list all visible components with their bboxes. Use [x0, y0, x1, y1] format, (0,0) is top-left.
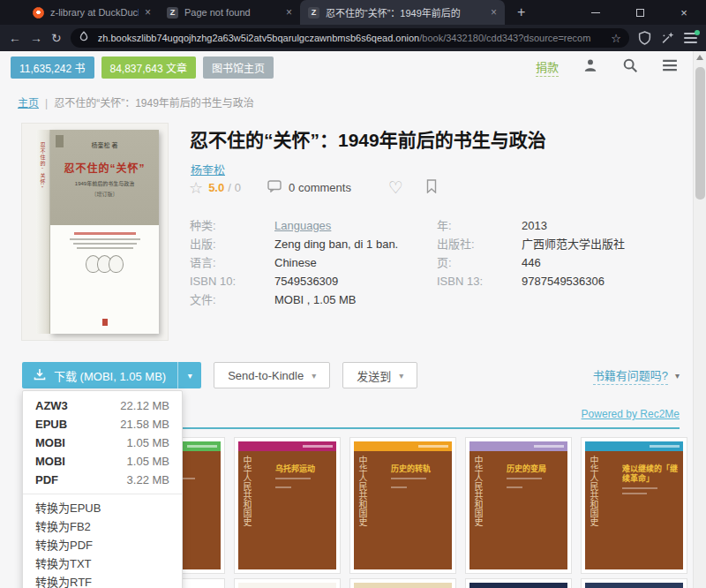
cover-title: 忍不住的“关怀”	[50, 160, 159, 175]
bookmark-star-icon[interactable]: ☆	[611, 32, 621, 45]
meta-value: 446	[522, 256, 541, 269]
comments-link[interactable]: 0 comments	[267, 180, 351, 196]
rating-star-icon[interactable]: ☆	[189, 178, 203, 198]
browser-menu-button[interactable]	[684, 33, 697, 43]
decorative-line	[275, 486, 291, 488]
convert-menu-item[interactable]: 转换为EPUB	[23, 499, 182, 517]
format-menu-item[interactable]: MOBI1.05 MB	[23, 433, 182, 452]
decorative-line	[74, 232, 136, 235]
menu-separator	[23, 494, 182, 494]
browser-toolbar: ← → ↻ zh.bookszlibb74ugqojhzhg2a63w5i2at…	[0, 25, 706, 51]
download-icon	[34, 368, 46, 383]
powered-by-link[interactable]: Powered by Rec2Me	[582, 408, 680, 420]
tab-close-icon[interactable]: ×	[286, 6, 292, 19]
tab-close-icon[interactable]: ×	[491, 6, 497, 19]
format-menu-item[interactable]: AZW322.12 MB	[23, 396, 182, 415]
meta-value: MOBI , 1.05 MB	[274, 293, 356, 306]
convert-menu-item[interactable]: 转换为FB2	[23, 517, 182, 536]
header-actions: 捐款	[536, 57, 678, 77]
author-link[interactable]: 杨奎松	[191, 161, 225, 177]
format-size: 1.05 MB	[127, 436, 169, 449]
download-formats-caret[interactable]: ▾	[177, 362, 201, 388]
report-problem-link[interactable]: 书籍有问题吗? ▾	[593, 366, 680, 385]
caret-down-icon: ▾	[312, 371, 316, 381]
format-size: 21.58 MB	[120, 418, 169, 431]
sparkle-wand-icon[interactable]	[661, 31, 675, 45]
format-menu-item[interactable]: EPUB21.58 MB	[23, 415, 182, 433]
scrollbar-thumb[interactable]	[695, 67, 705, 200]
browser-tab-active-book[interactable]: 忍不住的“关怀”：1949年前后的 ×	[300, 0, 505, 25]
send-to-kindle-button[interactable]: Send-to-Kindle ▾	[214, 362, 330, 388]
meta-label: 年:	[437, 219, 522, 232]
cover-top-bar	[469, 441, 567, 451]
books-count-badge[interactable]: 11,635,242 书	[11, 57, 94, 79]
rating-row: ☆ 5.0 / 0 0 comments ♡	[189, 177, 437, 198]
shield-icon[interactable]	[638, 31, 652, 45]
page-scrollbar[interactable]	[693, 51, 706, 588]
close-window-button[interactable]: ×	[662, 0, 706, 25]
download-button[interactable]: 下载 (MOBI, 1.05 MB)	[22, 362, 177, 388]
download-formats-menu: AZW322.12 MB EPUB21.58 MB MOBI1.05 MB MO…	[22, 390, 183, 588]
library-home-badge[interactable]: 图书馆主页	[203, 57, 274, 79]
maximize-button[interactable]	[618, 0, 662, 25]
send-to-button[interactable]: 发送到 ▾	[342, 362, 417, 388]
forward-button[interactable]: →	[30, 32, 42, 44]
articles-count-badge[interactable]: 84,837,643 文章	[101, 57, 196, 79]
meta-value: 7549536309	[274, 275, 338, 288]
save-bookmark-icon[interactable]	[426, 179, 437, 197]
thumb-title: 历史的变局	[507, 464, 564, 474]
meta-label: 出版:	[190, 237, 274, 251]
kindle-label: Send-to-Kindle	[228, 369, 304, 382]
recommended-book[interactable]: 中华人民共和国史 历史的变局	[465, 437, 572, 574]
browser-tab-duckduckgo[interactable]: z-library at DuckDuckGo ×	[25, 0, 159, 25]
recommended-book[interactable]: 中华人民共和国史 难以继续的「继续革命」	[581, 437, 687, 574]
site-menu-icon[interactable]	[662, 58, 678, 76]
meta-value: 广西师范大学出版社	[522, 237, 625, 251]
meta-label: 种类:	[190, 219, 274, 232]
convert-menu-item[interactable]: 转换为RTF	[23, 573, 182, 588]
minimize-button[interactable]	[574, 0, 618, 25]
site-header: 11,635,242 书 84,837,643 文章 图书馆主页 捐款	[11, 56, 678, 79]
recommended-book[interactable]: 中华人民共和国史 乌托邦运动	[234, 437, 341, 574]
decorative-line	[77, 247, 133, 249]
browser-tab-page-not-found[interactable]: Page not found ×	[159, 0, 300, 25]
profile-icon[interactable]	[582, 57, 598, 77]
decorative-line	[622, 493, 647, 494]
search-icon[interactable]	[622, 57, 638, 77]
decorative-line	[73, 243, 137, 245]
tab-close-icon[interactable]: ×	[145, 6, 151, 19]
thumb-title: 乌托邦运动	[275, 464, 333, 474]
categories-link[interactable]: Languages	[274, 219, 331, 232]
donate-link[interactable]: 捐款	[536, 58, 559, 77]
recommended-book[interactable]	[581, 578, 687, 588]
format-menu-item[interactable]: MOBI1.05 MB	[23, 452, 182, 471]
recommended-book[interactable]	[465, 578, 572, 588]
favorite-heart-icon[interactable]: ♡	[388, 177, 403, 198]
meta-value: Zeng ding ban, di 1 ban.	[274, 237, 398, 251]
address-bar[interactable]: zh.bookszlibb74ugqojhzhg2a63w5i2atv5bqar…	[71, 28, 629, 48]
format-size: 3.22 MB	[127, 473, 169, 486]
window-controls: ×	[574, 0, 706, 25]
reload-button[interactable]: ↻	[51, 32, 62, 44]
recommended-book[interactable]: 中华人民共和国史 历史的转轨	[349, 437, 456, 574]
recommended-book[interactable]	[234, 578, 341, 588]
convert-menu-item[interactable]: 转换为PDF	[23, 536, 182, 554]
decorative-line	[507, 486, 522, 488]
thumb-title: 难以继续的「继续革命」	[622, 464, 680, 484]
format-name: MOBI	[35, 436, 65, 449]
scrollbar-up-arrow[interactable]	[696, 55, 703, 60]
breadcrumb-home-link[interactable]: 主页	[18, 97, 39, 109]
breadcrumb: 主页|忍不住的“关怀”：1949年前后的书生与政治	[18, 94, 254, 109]
format-size: 22.12 MB	[120, 399, 169, 412]
download-label: 下载 (MOBI, 1.05 MB)	[54, 367, 166, 384]
tab-strip: z-library at DuckDuckGo × Page not found…	[0, 0, 574, 25]
meta-label: 语言:	[190, 256, 274, 269]
update-dot	[695, 30, 700, 35]
meta-label: ISBN 13:	[437, 275, 522, 288]
meta-value: Chinese	[274, 256, 317, 269]
back-button[interactable]: ←	[9, 32, 21, 44]
convert-menu-item[interactable]: 转换为TXT	[23, 554, 182, 573]
new-tab-button[interactable]: +	[517, 4, 525, 20]
format-menu-item[interactable]: PDF3.22 MB	[23, 471, 182, 489]
recommended-book[interactable]	[349, 578, 456, 588]
